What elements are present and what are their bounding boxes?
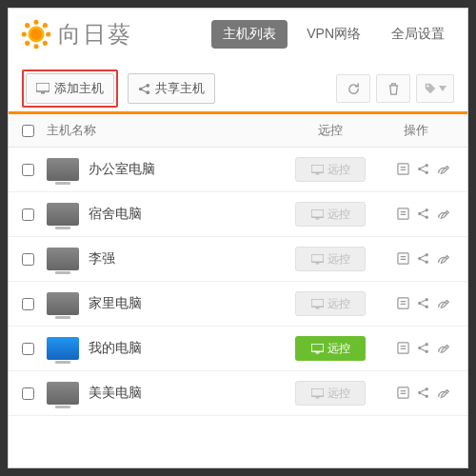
host-name: 李强 [89, 250, 115, 268]
svg-point-0 [33, 20, 38, 25]
select-all-checkbox[interactable] [22, 125, 34, 137]
row-checkbox[interactable] [22, 208, 34, 221]
remote-label: 远控 [327, 296, 350, 312]
svg-point-15 [426, 85, 428, 87]
svg-point-12 [146, 83, 149, 87]
settings-icon[interactable] [437, 387, 450, 400]
row-actions [378, 252, 454, 266]
svg-point-5 [43, 23, 48, 28]
refresh-button[interactable] [336, 74, 370, 103]
svg-point-32 [418, 257, 421, 260]
row-actions [378, 387, 454, 400]
svg-point-14 [146, 90, 149, 94]
row-checkbox[interactable] [22, 343, 34, 355]
nav-hosts[interactable]: 主机列表 [211, 20, 288, 49]
nav-settings[interactable]: 全局设置 [380, 20, 456, 49]
monitor-icon [311, 344, 324, 354]
add-host-label: 添加主机 [54, 80, 104, 97]
share-icon[interactable] [417, 387, 429, 399]
svg-rect-22 [311, 209, 324, 217]
sunflower-icon [20, 18, 52, 50]
svg-point-31 [426, 253, 428, 256]
remote-control-button[interactable]: 远控 [295, 336, 366, 361]
host-name: 美美电脑 [89, 385, 142, 402]
tag-dropdown[interactable] [416, 74, 454, 103]
svg-rect-46 [311, 388, 324, 396]
row-checkbox[interactable] [22, 253, 34, 266]
svg-rect-23 [315, 218, 319, 219]
svg-rect-24 [398, 208, 408, 219]
remote-label: 远控 [327, 341, 350, 357]
share-host-label: 共享主机 [155, 80, 205, 97]
row-checkbox[interactable] [22, 387, 34, 400]
share-icon[interactable] [417, 252, 429, 265]
settings-icon[interactable] [437, 208, 450, 221]
share-icon[interactable] [417, 297, 429, 309]
details-icon[interactable] [397, 163, 409, 175]
svg-point-3 [46, 31, 50, 36]
remote-control-button: 远控 [295, 291, 366, 316]
host-list: 办公室电脑远控宿舍电脑远控李强远控家里电脑远控我的电脑远控美美电脑远控 [9, 148, 467, 467]
row-checkbox[interactable] [22, 164, 34, 176]
svg-point-44 [418, 347, 421, 349]
details-icon[interactable] [397, 342, 409, 354]
table-row: 美美电脑远控 [9, 371, 467, 416]
settings-icon[interactable] [437, 163, 450, 176]
host-thumbnail [47, 203, 79, 226]
svg-rect-48 [398, 387, 408, 398]
share-icon[interactable] [417, 163, 429, 175]
svg-point-49 [426, 387, 428, 390]
svg-rect-42 [398, 343, 408, 353]
svg-point-25 [426, 208, 428, 211]
svg-point-7 [43, 41, 48, 46]
svg-point-38 [418, 302, 421, 305]
details-icon[interactable] [397, 252, 409, 265]
share-icon[interactable] [417, 342, 429, 354]
table-row: 宿舍电脑远控 [9, 192, 467, 237]
remote-label: 远控 [327, 251, 350, 268]
share-icon[interactable] [417, 208, 429, 220]
svg-rect-17 [315, 173, 319, 174]
nav-vpn[interactable]: VPN网络 [295, 20, 372, 49]
settings-icon[interactable] [437, 342, 450, 355]
svg-point-20 [418, 168, 421, 170]
table-row: 办公室电脑远控 [9, 148, 467, 192]
header: 向日葵 主机列表 VPN网络 全局设置 [9, 9, 467, 60]
details-icon[interactable] [397, 208, 409, 220]
col-name-header: 主机名称 [47, 122, 283, 139]
monitor-icon [311, 388, 324, 399]
svg-rect-16 [311, 165, 324, 172]
svg-point-51 [426, 395, 428, 398]
svg-rect-28 [311, 254, 324, 262]
details-icon[interactable] [397, 387, 409, 399]
toolbar: 添加主机 共享主机 [9, 60, 467, 114]
host-thumbnail [47, 248, 79, 270]
add-host-highlight: 添加主机 [22, 69, 118, 108]
svg-point-9 [30, 29, 42, 40]
svg-point-33 [426, 261, 428, 264]
svg-point-2 [22, 31, 27, 36]
settings-icon[interactable] [437, 297, 450, 310]
monitor-icon [311, 165, 324, 175]
details-icon[interactable] [397, 297, 409, 309]
caret-down-icon [439, 86, 446, 91]
settings-icon[interactable] [437, 252, 450, 266]
svg-rect-41 [315, 352, 319, 353]
add-host-button[interactable]: 添加主机 [26, 73, 114, 104]
table-row: 家里电脑远控 [9, 282, 467, 327]
svg-point-4 [25, 23, 30, 28]
host-name: 我的电脑 [89, 340, 142, 357]
row-checkbox[interactable] [22, 298, 34, 310]
tag-icon [424, 82, 437, 95]
svg-point-1 [33, 44, 38, 49]
monitor-icon [311, 254, 324, 265]
host-name: 宿舍电脑 [89, 206, 142, 223]
svg-rect-36 [398, 298, 408, 308]
svg-point-45 [426, 350, 428, 353]
share-host-button[interactable]: 共享主机 [128, 73, 215, 104]
svg-point-43 [426, 343, 428, 346]
delete-button[interactable] [376, 74, 410, 103]
table-row: 李强远控 [9, 237, 467, 282]
app-name: 向日葵 [58, 19, 132, 50]
host-name: 家里电脑 [89, 295, 142, 312]
